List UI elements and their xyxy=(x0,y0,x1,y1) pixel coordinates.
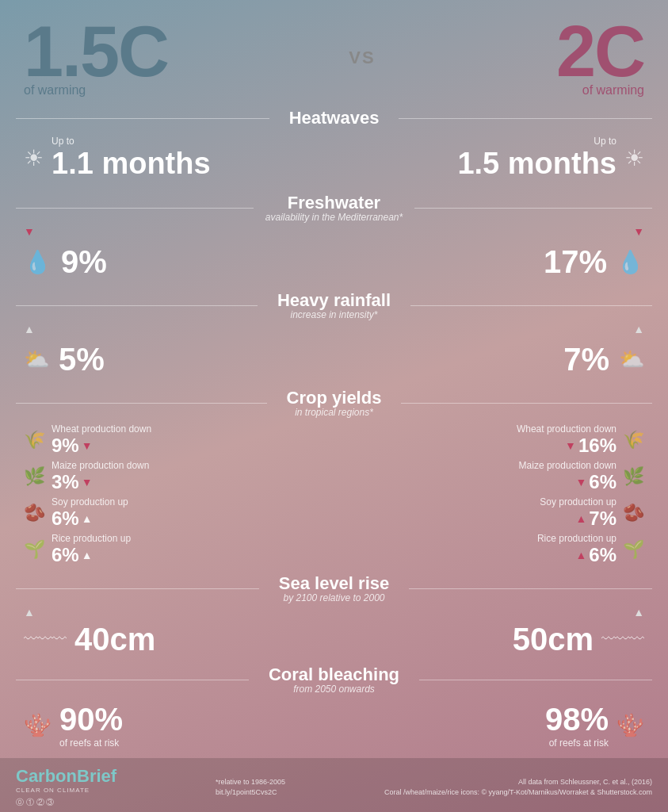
drop-icon-right: 💧 xyxy=(616,249,644,275)
line-left xyxy=(16,305,258,306)
heavy-rainfall-section: Heavy rainfall increase in intensity* ▲ … xyxy=(0,288,668,384)
crop-info-wheat-right: Wheat production down ▼ 16% xyxy=(517,423,616,457)
coral-left-label: of reefs at risk xyxy=(59,737,123,749)
temp-right-group: 2C of warming xyxy=(556,16,644,98)
footer: CarbonBrief CLEAR ON CLIMATE ⓪ ① ② ③ *re… xyxy=(0,758,668,812)
of-warming-left-label: of warming xyxy=(24,83,168,98)
soy-left-name: Soy production up xyxy=(52,496,128,508)
header: 1.5C of warming VS 2C of warming xyxy=(0,0,668,105)
heatwave-left-value-group: Up to 1.1 months xyxy=(52,136,211,181)
rainfall-right-value: 7% xyxy=(563,342,609,377)
temp-left-value: 1.5C xyxy=(24,16,168,87)
rice-left-value: 6% xyxy=(52,544,79,566)
crop-item-soy-left: 🫘 Soy production up 6% ▲ xyxy=(24,496,151,530)
coral-icon-left: 🪸 xyxy=(24,712,52,738)
rainfall-right: 7% ⛅ xyxy=(334,342,645,377)
crop-item-wheat-left: 🌾 Wheat production down 9% ▼ xyxy=(24,423,151,457)
sea-right: 50cm 〰〰〰 xyxy=(513,622,644,657)
crop-item-maize-right: Maize production down ▼ 6% 🌿 xyxy=(519,460,644,493)
footer-icons: ⓪ ① ② ③ xyxy=(16,797,116,808)
rice-right-arrow: ▲ xyxy=(575,549,586,561)
sun-icon-right: ☀ xyxy=(624,145,644,171)
rice-icon-right: 🌱 xyxy=(623,539,644,560)
maize-left-value-group: 3% ▼ xyxy=(52,471,149,493)
maize-right-name: Maize production down xyxy=(519,460,616,471)
footer-note-right: All data from Schleussner, C. et al., (2… xyxy=(384,777,652,797)
crop-item-maize-left: 🌿 Maize production down 3% ▼ xyxy=(24,460,151,493)
footer-brand-tagline: CLEAR ON CLIMATE xyxy=(16,787,116,794)
sun-icon-left: ☀ xyxy=(24,145,44,171)
maize-left-arrow: ▼ xyxy=(82,476,93,488)
line-left xyxy=(16,118,269,119)
heatwaves-header: Heatwaves xyxy=(269,108,399,128)
coral-right-value: 98% xyxy=(545,702,609,737)
maize-icon-left: 🌿 xyxy=(24,466,45,487)
coral-left-value-group: 90% of reefs at risk xyxy=(59,702,123,749)
rainfall-left-value: 5% xyxy=(59,342,105,377)
line-left xyxy=(16,208,254,209)
maize-left-value: 3% xyxy=(52,471,79,493)
temp-left-group: 1.5C of warming xyxy=(24,16,168,98)
crop-info-maize-left: Maize production down 3% ▼ xyxy=(52,460,149,493)
line-right xyxy=(401,403,652,404)
maize-right-value-group: ▼ 6% xyxy=(575,471,616,493)
line-right xyxy=(414,208,652,209)
sea-right-value: 50cm xyxy=(513,622,594,657)
crop-data-section: 🌾 Wheat production down 9% ▼ 🌿 Maize pro… xyxy=(0,420,668,569)
coral-right-label: of reefs at risk xyxy=(545,737,609,749)
rice-icon-left: 🌱 xyxy=(24,539,45,560)
rainfall-left: ⛅ 5% xyxy=(24,342,334,377)
freshwater-left-value: 9% xyxy=(61,244,107,280)
heatwave-right: Up to 1.5 months ☀ xyxy=(457,136,644,181)
line-right xyxy=(399,118,652,119)
crop-info-rice-right: Rice production up ▲ 6% xyxy=(537,533,616,566)
rainfall-title: Heavy rainfall xyxy=(269,290,399,311)
rainfall-header: Heavy rainfall increase in intensity* xyxy=(258,290,410,320)
sea-left-value: 40cm xyxy=(74,622,155,657)
wave-icon-left: 〰〰〰 xyxy=(24,631,67,648)
of-warming-right-label: of warming xyxy=(582,83,644,98)
freshwater-title: Freshwater xyxy=(280,193,388,213)
soy-left-value-group: 6% ▲ xyxy=(52,508,128,530)
wheat-icon-left: 🌾 xyxy=(24,430,45,450)
sea-subtitle: by 2100 relative to 2000 xyxy=(271,592,397,603)
soy-icon-left: 🫘 xyxy=(24,503,45,523)
sea-header: Sea level rise by 2100 relative to 2000 xyxy=(259,573,409,603)
footer-brand: CarbonBrief CLEAR ON CLIMATE xyxy=(16,766,116,794)
heatwave-right-label: Up to xyxy=(457,136,616,147)
heatwave-data-row: ☀ Up to 1.1 months Up to 1.5 months ☀ xyxy=(0,131,668,189)
soy-left-value: 6% xyxy=(52,508,79,530)
heatwaves-title: Heatwaves xyxy=(281,108,387,128)
coral-left-value: 90% xyxy=(59,702,123,737)
heatwave-left-label: Up to xyxy=(52,136,211,147)
crop-info-soy-left: Soy production up 6% ▲ xyxy=(52,496,128,530)
freshwater-right: 17% 💧 xyxy=(334,244,645,280)
rainfall-data-row: ⛅ 5% 7% ⛅ xyxy=(0,335,668,384)
line-right xyxy=(409,588,652,589)
freshwater-arrows: ▼ ▼ xyxy=(0,225,668,238)
line-right xyxy=(410,305,652,306)
maize-right-arrow: ▼ xyxy=(575,476,586,488)
rainfall-arrows: ▲ ▲ xyxy=(0,323,668,335)
maize-right-value: 6% xyxy=(589,471,616,493)
crop-info-wheat-left: Wheat production down 9% ▼ xyxy=(52,423,151,457)
footer-social-icons: ⓪ ① ② ③ xyxy=(16,797,54,808)
crop-item-soy-right: Soy production up ▲ 7% 🫘 xyxy=(540,496,644,530)
freshwater-subtitle: availability in the Mediterranean* xyxy=(265,212,403,223)
line-left xyxy=(16,680,249,680)
freshwater-arrow-right: ▼ xyxy=(633,225,644,238)
sea-arrow-right: ▲ xyxy=(633,606,644,619)
heatwave-right-value: 1.5 months xyxy=(457,147,616,180)
wave-icon-right: 〰〰〰 xyxy=(601,631,644,648)
wheat-left-name: Wheat production down xyxy=(52,423,151,435)
crop-item-rice-left: 🌱 Rice production up 6% ▲ xyxy=(24,533,151,566)
wheat-left-value: 9% xyxy=(52,435,79,457)
coral-right: 98% of reefs at risk 🪸 xyxy=(545,702,644,749)
wheat-right-name: Wheat production down xyxy=(517,423,616,435)
rainfall-arrow-left: ▲ xyxy=(24,323,35,335)
crop-info-rice-left: Rice production up 6% ▲ xyxy=(52,533,131,566)
freshwater-header: Freshwater availability in the Mediterra… xyxy=(254,193,414,223)
soy-right-arrow: ▲ xyxy=(575,512,586,525)
sea-level-section: Sea level rise by 2100 relative to 2000 … xyxy=(0,571,668,661)
crop-yields-section: Crop yields in tropical regions* 🌾 Wheat… xyxy=(0,385,668,569)
